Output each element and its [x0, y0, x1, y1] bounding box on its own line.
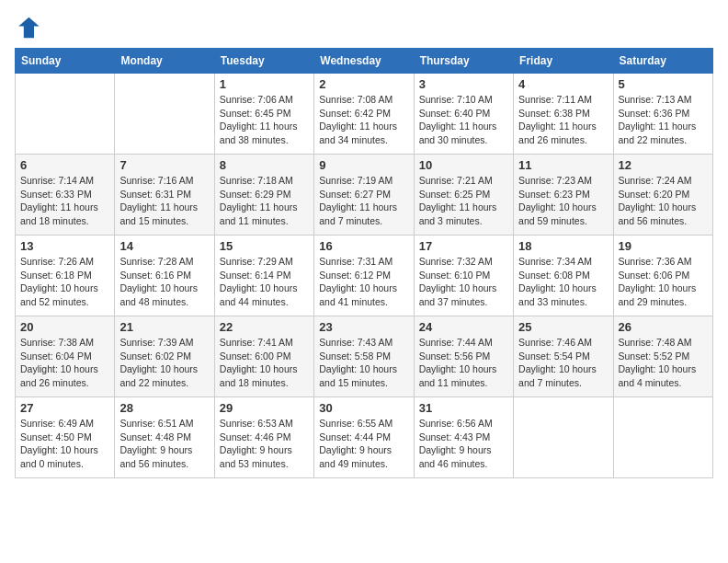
day-detail: Sunrise: 6:55 AM Sunset: 4:44 PM Dayligh… — [319, 417, 408, 471]
day-detail: Sunrise: 7:18 AM Sunset: 6:29 PM Dayligh… — [220, 174, 309, 228]
calendar-cell: 5Sunrise: 7:13 AM Sunset: 6:36 PM Daylig… — [613, 74, 712, 155]
day-number: 5 — [619, 77, 708, 91]
day-detail: Sunrise: 7:48 AM Sunset: 5:52 PM Dayligh… — [619, 336, 708, 390]
day-number: 26 — [619, 320, 708, 334]
day-number: 30 — [319, 401, 408, 415]
col-header-wednesday: Wednesday — [314, 49, 414, 74]
day-number: 22 — [220, 320, 309, 334]
calendar-cell: 28Sunrise: 6:51 AM Sunset: 4:48 PM Dayli… — [115, 397, 214, 478]
calendar-cell: 1Sunrise: 7:06 AM Sunset: 6:45 PM Daylig… — [214, 74, 313, 155]
day-detail: Sunrise: 6:51 AM Sunset: 4:48 PM Dayligh… — [119, 417, 209, 471]
calendar-week-row: 27Sunrise: 6:49 AM Sunset: 4:50 PM Dayli… — [16, 397, 713, 478]
day-detail: Sunrise: 7:34 AM Sunset: 6:08 PM Dayligh… — [518, 255, 608, 309]
col-header-friday: Friday — [514, 49, 613, 74]
day-number: 28 — [119, 401, 209, 415]
calendar-cell: 31Sunrise: 6:56 AM Sunset: 4:43 PM Dayli… — [414, 397, 513, 478]
calendar-cell — [16, 74, 115, 155]
day-detail: Sunrise: 7:41 AM Sunset: 6:00 PM Dayligh… — [220, 336, 309, 390]
calendar-cell: 21Sunrise: 7:39 AM Sunset: 6:02 PM Dayli… — [115, 316, 214, 397]
day-detail: Sunrise: 7:14 AM Sunset: 6:33 PM Dayligh… — [20, 174, 109, 228]
col-header-saturday: Saturday — [613, 49, 712, 74]
day-detail: Sunrise: 7:08 AM Sunset: 6:42 PM Dayligh… — [319, 93, 408, 147]
day-number: 1 — [220, 77, 309, 91]
calendar-cell — [514, 397, 613, 478]
day-number: 7 — [119, 158, 209, 172]
page-header — [15, 15, 713, 40]
calendar-cell — [613, 397, 712, 478]
calendar-week-row: 13Sunrise: 7:26 AM Sunset: 6:18 PM Dayli… — [16, 236, 713, 316]
day-number: 29 — [220, 401, 309, 415]
calendar-cell: 6Sunrise: 7:14 AM Sunset: 6:33 PM Daylig… — [16, 155, 115, 236]
calendar-cell: 7Sunrise: 7:16 AM Sunset: 6:31 PM Daylig… — [115, 155, 214, 236]
calendar-cell: 3Sunrise: 7:10 AM Sunset: 6:40 PM Daylig… — [414, 74, 513, 155]
day-detail: Sunrise: 7:38 AM Sunset: 6:04 PM Dayligh… — [20, 336, 109, 390]
day-number: 24 — [419, 320, 508, 334]
day-number: 10 — [419, 158, 508, 172]
day-detail: Sunrise: 7:32 AM Sunset: 6:10 PM Dayligh… — [419, 255, 508, 309]
calendar-cell: 29Sunrise: 6:53 AM Sunset: 4:46 PM Dayli… — [214, 397, 313, 478]
svg-marker-0 — [18, 17, 39, 38]
calendar-cell: 26Sunrise: 7:48 AM Sunset: 5:52 PM Dayli… — [613, 316, 712, 397]
calendar-cell: 2Sunrise: 7:08 AM Sunset: 6:42 PM Daylig… — [314, 74, 414, 155]
day-detail: Sunrise: 7:11 AM Sunset: 6:38 PM Dayligh… — [518, 93, 608, 147]
day-number: 19 — [619, 239, 708, 253]
calendar-week-row: 6Sunrise: 7:14 AM Sunset: 6:33 PM Daylig… — [16, 155, 713, 236]
day-number: 21 — [119, 320, 209, 334]
day-number: 15 — [220, 239, 309, 253]
day-number: 11 — [518, 158, 608, 172]
col-header-sunday: Sunday — [16, 49, 115, 74]
calendar-week-row: 1Sunrise: 7:06 AM Sunset: 6:45 PM Daylig… — [16, 74, 713, 155]
day-detail: Sunrise: 7:28 AM Sunset: 6:16 PM Dayligh… — [119, 255, 209, 309]
calendar-cell: 12Sunrise: 7:24 AM Sunset: 6:20 PM Dayli… — [613, 155, 712, 236]
day-number: 17 — [419, 239, 508, 253]
calendar-week-row: 20Sunrise: 7:38 AM Sunset: 6:04 PM Dayli… — [16, 316, 713, 397]
logo-icon — [15, 15, 40, 40]
day-number: 12 — [619, 158, 708, 172]
logo — [15, 15, 44, 40]
calendar-cell: 14Sunrise: 7:28 AM Sunset: 6:16 PM Dayli… — [115, 236, 214, 316]
calendar-cell: 18Sunrise: 7:34 AM Sunset: 6:08 PM Dayli… — [514, 236, 613, 316]
day-number: 2 — [319, 77, 408, 91]
calendar-cell — [115, 74, 214, 155]
calendar-cell: 27Sunrise: 6:49 AM Sunset: 4:50 PM Dayli… — [16, 397, 115, 478]
calendar-cell: 25Sunrise: 7:46 AM Sunset: 5:54 PM Dayli… — [514, 316, 613, 397]
calendar-cell: 10Sunrise: 7:21 AM Sunset: 6:25 PM Dayli… — [414, 155, 513, 236]
day-number: 16 — [319, 239, 408, 253]
day-number: 3 — [419, 77, 508, 91]
day-detail: Sunrise: 7:21 AM Sunset: 6:25 PM Dayligh… — [419, 174, 508, 228]
calendar-header-row: SundayMondayTuesdayWednesdayThursdayFrid… — [16, 49, 713, 74]
day-detail: Sunrise: 7:24 AM Sunset: 6:20 PM Dayligh… — [619, 174, 708, 228]
day-number: 4 — [518, 77, 608, 91]
day-detail: Sunrise: 7:44 AM Sunset: 5:56 PM Dayligh… — [419, 336, 508, 390]
calendar-cell: 17Sunrise: 7:32 AM Sunset: 6:10 PM Dayli… — [414, 236, 513, 316]
calendar-cell: 24Sunrise: 7:44 AM Sunset: 5:56 PM Dayli… — [414, 316, 513, 397]
calendar-cell: 11Sunrise: 7:23 AM Sunset: 6:23 PM Dayli… — [514, 155, 613, 236]
day-number: 8 — [220, 158, 309, 172]
calendar-cell: 30Sunrise: 6:55 AM Sunset: 4:44 PM Dayli… — [314, 397, 414, 478]
day-number: 18 — [518, 239, 608, 253]
calendar-cell: 15Sunrise: 7:29 AM Sunset: 6:14 PM Dayli… — [214, 236, 313, 316]
day-number: 23 — [319, 320, 408, 334]
day-detail: Sunrise: 7:19 AM Sunset: 6:27 PM Dayligh… — [319, 174, 408, 228]
calendar-cell: 23Sunrise: 7:43 AM Sunset: 5:58 PM Dayli… — [314, 316, 414, 397]
day-detail: Sunrise: 6:49 AM Sunset: 4:50 PM Dayligh… — [20, 417, 109, 471]
day-detail: Sunrise: 6:56 AM Sunset: 4:43 PM Dayligh… — [419, 417, 508, 471]
day-number: 6 — [20, 158, 109, 172]
day-number: 13 — [20, 239, 109, 253]
col-header-thursday: Thursday — [414, 49, 513, 74]
col-header-tuesday: Tuesday — [214, 49, 313, 74]
day-number: 31 — [419, 401, 508, 415]
day-detail: Sunrise: 7:06 AM Sunset: 6:45 PM Dayligh… — [220, 93, 309, 147]
calendar-cell: 8Sunrise: 7:18 AM Sunset: 6:29 PM Daylig… — [214, 155, 313, 236]
calendar-cell: 22Sunrise: 7:41 AM Sunset: 6:00 PM Dayli… — [214, 316, 313, 397]
calendar-cell: 19Sunrise: 7:36 AM Sunset: 6:06 PM Dayli… — [613, 236, 712, 316]
day-detail: Sunrise: 7:39 AM Sunset: 6:02 PM Dayligh… — [119, 336, 209, 390]
day-detail: Sunrise: 7:31 AM Sunset: 6:12 PM Dayligh… — [319, 255, 408, 309]
day-detail: Sunrise: 7:26 AM Sunset: 6:18 PM Dayligh… — [20, 255, 109, 309]
day-detail: Sunrise: 7:13 AM Sunset: 6:36 PM Dayligh… — [619, 93, 708, 147]
calendar-cell: 13Sunrise: 7:26 AM Sunset: 6:18 PM Dayli… — [16, 236, 115, 316]
day-number: 14 — [119, 239, 209, 253]
day-detail: Sunrise: 7:29 AM Sunset: 6:14 PM Dayligh… — [220, 255, 309, 309]
day-detail: Sunrise: 7:10 AM Sunset: 6:40 PM Dayligh… — [419, 93, 508, 147]
calendar-cell: 4Sunrise: 7:11 AM Sunset: 6:38 PM Daylig… — [514, 74, 613, 155]
